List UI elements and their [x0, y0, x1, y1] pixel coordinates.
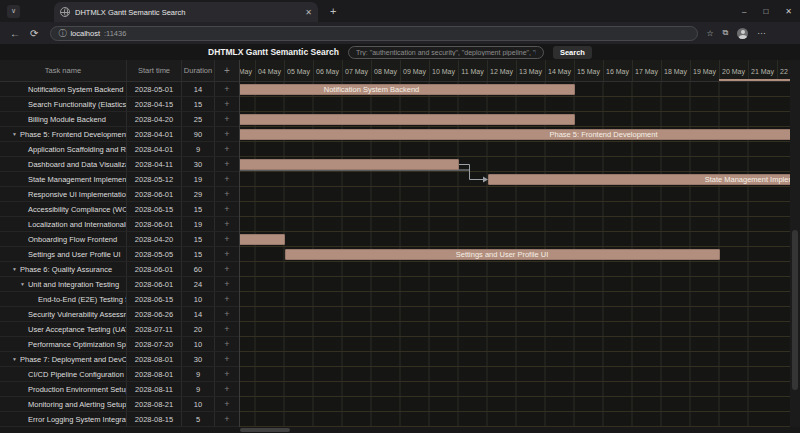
task-start-cell[interactable]: 2028-08-21	[127, 397, 182, 411]
task-start-cell[interactable]: 2028-08-11	[127, 382, 182, 396]
task-duration-cell[interactable]: 5	[182, 412, 215, 426]
task-bar[interactable]: Phase 5: Frontend Development	[240, 129, 790, 140]
task-row[interactable]: Search Functionality (Elasticsea...2028-…	[0, 97, 239, 112]
task-name-cell[interactable]: Search Functionality (Elasticsea...	[0, 97, 127, 111]
task-name-cell[interactable]: State Management Implementati...	[0, 172, 127, 186]
add-task-icon[interactable]: +	[215, 112, 239, 126]
task-name-cell[interactable]: Monitoring and Alerting Setup	[0, 397, 127, 411]
task-name-cell[interactable]: ▼Unit and Integration Testing	[0, 277, 127, 291]
task-row[interactable]: Accessibility Compliance (WCAG)2028-06-1…	[0, 202, 239, 217]
task-name-cell[interactable]: Dashboard and Data Visualizatio...	[0, 157, 127, 171]
task-row[interactable]: ▼Phase 7: Deployment and DevOps2028-08-0…	[0, 352, 239, 367]
task-duration-cell[interactable]: 19	[182, 217, 215, 231]
task-start-cell[interactable]: 2028-08-01	[127, 352, 182, 366]
back-icon[interactable]: ←	[10, 28, 20, 39]
task-row[interactable]: Responsive UI Implementation2028-06-0129…	[0, 187, 239, 202]
add-task-icon[interactable]: +	[215, 262, 239, 276]
column-header-duration[interactable]: Duration	[182, 60, 215, 81]
task-duration-cell[interactable]: 29	[182, 187, 215, 201]
add-task-icon[interactable]: +	[215, 337, 239, 351]
expand-arrow-icon[interactable]: ▼	[20, 281, 25, 287]
task-start-cell[interactable]: 2028-06-26	[127, 307, 182, 321]
task-row[interactable]: Production Environment Setup2028-08-119+	[0, 382, 239, 397]
task-row[interactable]: Localization and Internationaliza...2028…	[0, 217, 239, 232]
task-duration-cell[interactable]: 90	[182, 127, 215, 141]
maximize-icon[interactable]: □	[763, 7, 768, 16]
add-task-icon[interactable]: +	[215, 292, 239, 306]
new-tab-icon[interactable]: +	[330, 4, 336, 18]
add-task-icon[interactable]: +	[215, 142, 239, 156]
task-name-cell[interactable]: Security Vulnerability Assessment	[0, 307, 127, 321]
task-row[interactable]: Security Vulnerability Assessment2028-06…	[0, 307, 239, 322]
task-start-cell[interactable]: 2028-04-01	[127, 142, 182, 156]
task-bar[interactable]: Notification System Backend	[240, 84, 575, 95]
column-header-task-name[interactable]: Task name	[0, 60, 127, 81]
refresh-icon[interactable]: ⟳	[30, 28, 38, 39]
add-task-icon[interactable]: +	[215, 187, 239, 201]
add-task-icon[interactable]: +	[215, 97, 239, 111]
task-duration-cell[interactable]: 15	[182, 202, 215, 216]
add-task-icon[interactable]: +	[215, 352, 239, 366]
task-name-cell[interactable]: Application Scaffolding and Rou...	[0, 142, 127, 156]
task-bar[interactable]	[240, 114, 575, 125]
expand-arrow-icon[interactable]: ▼	[12, 131, 17, 137]
task-start-cell[interactable]: 2028-06-01	[127, 187, 182, 201]
task-name-cell[interactable]: Performance Optimization Sprint	[0, 337, 127, 351]
task-row[interactable]: Monitoring and Alerting Setup2028-08-211…	[0, 397, 239, 412]
task-name-cell[interactable]: End-to-End (E2E) Testing Set...	[0, 292, 127, 306]
task-duration-cell[interactable]: 10	[182, 397, 215, 411]
task-duration-cell[interactable]: 10	[182, 292, 215, 306]
horizontal-scrollbar-thumb[interactable]	[240, 428, 290, 432]
task-start-cell[interactable]: 2028-04-11	[127, 157, 182, 171]
task-duration-cell[interactable]: 15	[182, 247, 215, 261]
task-duration-cell[interactable]: 15	[182, 232, 215, 246]
task-bar[interactable]: Settings and User Profile UI	[285, 249, 720, 260]
browser-tab[interactable]: DHTMLX Gantt Semantic Search ✕	[54, 2, 318, 22]
task-duration-cell[interactable]: 30	[182, 352, 215, 366]
bookmark-star-icon[interactable]: ☆	[706, 29, 713, 38]
close-window-icon[interactable]: ✕	[785, 7, 792, 16]
task-name-cell[interactable]: CI/CD Pipeline Configuration	[0, 367, 127, 381]
task-start-cell[interactable]: 2028-07-11	[127, 322, 182, 336]
task-row[interactable]: Error Logging System Integration2028-08-…	[0, 412, 239, 427]
extensions-icon[interactable]: ⧉	[723, 28, 729, 38]
add-task-icon[interactable]: +	[215, 82, 239, 96]
expand-arrow-icon[interactable]: ▼	[12, 356, 17, 362]
task-start-cell[interactable]: 2028-05-12	[127, 172, 182, 186]
task-start-cell[interactable]: 2028-08-15	[127, 412, 182, 426]
add-column-icon[interactable]: +	[215, 60, 239, 81]
task-row[interactable]: Settings and User Profile UI2028-05-0515…	[0, 247, 239, 262]
task-start-cell[interactable]: 2028-04-20	[127, 232, 182, 246]
task-name-cell[interactable]: ▼Phase 5: Frontend Development	[0, 127, 127, 141]
add-task-icon[interactable]: +	[215, 232, 239, 246]
vertical-scrollbar[interactable]	[790, 60, 800, 427]
task-row[interactable]: User Acceptance Testing (UAT)2028-07-112…	[0, 322, 239, 337]
add-task-icon[interactable]: +	[215, 172, 239, 186]
task-start-cell[interactable]: 2028-05-01	[127, 82, 182, 96]
task-name-cell[interactable]: ▼Phase 6: Quality Assurance	[0, 262, 127, 276]
task-duration-cell[interactable]: 30	[182, 157, 215, 171]
task-duration-cell[interactable]: 9	[182, 367, 215, 381]
task-name-cell[interactable]: Onboarding Flow Frontend	[0, 232, 127, 246]
task-duration-cell[interactable]: 20	[182, 322, 215, 336]
task-start-cell[interactable]: 2028-06-15	[127, 202, 182, 216]
chevron-down-icon[interactable]: ∨	[7, 5, 20, 18]
task-start-cell[interactable]: 2028-04-15	[127, 97, 182, 111]
add-task-icon[interactable]: +	[215, 157, 239, 171]
task-row[interactable]: Dashboard and Data Visualizatio...2028-0…	[0, 157, 239, 172]
task-row[interactable]: Billing Module Backend2028-04-2025+	[0, 112, 239, 127]
task-bar[interactable]	[240, 234, 285, 245]
task-start-cell[interactable]: 2028-06-01	[127, 217, 182, 231]
task-name-cell[interactable]: Responsive UI Implementation	[0, 187, 127, 201]
add-task-icon[interactable]: +	[215, 397, 239, 411]
task-name-cell[interactable]: Accessibility Compliance (WCAG)	[0, 202, 127, 216]
vertical-scrollbar-thumb[interactable]	[792, 230, 798, 390]
task-row[interactable]: Performance Optimization Sprint2028-07-2…	[0, 337, 239, 352]
task-start-cell[interactable]: 2028-07-20	[127, 337, 182, 351]
task-row[interactable]: ▼Phase 5: Frontend Development2028-04-01…	[0, 127, 239, 142]
add-task-icon[interactable]: +	[215, 412, 239, 426]
task-name-cell[interactable]: User Acceptance Testing (UAT)	[0, 322, 127, 336]
task-duration-cell[interactable]: 25	[182, 112, 215, 126]
task-row[interactable]: Onboarding Flow Frontend2028-04-2015+	[0, 232, 239, 247]
add-task-icon[interactable]: +	[215, 367, 239, 381]
